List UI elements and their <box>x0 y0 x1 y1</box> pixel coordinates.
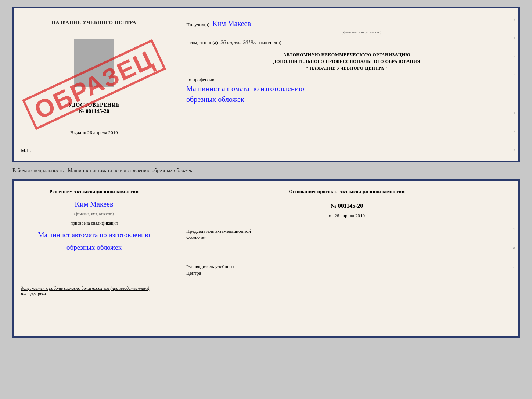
vydano-date: 26 апреля 2019 <box>87 130 118 135</box>
right-side-marks: – – и а ← – – – <box>510 181 518 336</box>
org-name-text: НАЗВАНИЕ УЧЕБНОГО ЦЕНТРА <box>310 65 384 71</box>
org-name: " НАЗВАНИЕ УЧЕБНОГО ЦЕНТРА " <box>186 65 507 71</box>
top-document: НАЗВАНИЕ УЧЕБНОГО ЦЕНТРА УДОСТОВЕРЕНИЕ №… <box>12 7 520 162</box>
separator-text: Рабочая специальность - Машинист автомат… <box>12 165 520 176</box>
mark-7: – <box>512 307 516 309</box>
top-center-title: НАЗВАНИЕ УЧЕБНОГО ЦЕНТРА <box>52 19 137 25</box>
fio-sub2: (фамилия, имя, отчество) <box>74 212 114 216</box>
top-doc-right: Получил(а) Ким Макеев – (фамилия, имя, о… <box>175 8 518 161</box>
vtom-label: в том, что он(а) <box>186 40 218 46</box>
org-name-suffix: " <box>385 65 388 71</box>
recipient-label: Получил(а) <box>186 22 209 28</box>
mp-line: М.П. <box>21 147 31 153</box>
dopuskaetsya-block: допускается к работе согласно должностны… <box>21 286 167 297</box>
resheniem-block: Решением экзаменационной комиссии <box>49 188 139 195</box>
ot-date-val: 26 апреля 2019 <box>334 213 365 218</box>
org-name-prefix: " <box>306 65 308 71</box>
top-doc-left: НАЗВАНИЕ УЧЕБНОГО ЦЕНТРА УДОСТОВЕРЕНИЕ №… <box>14 8 175 161</box>
mark-1: – <box>512 189 516 191</box>
prisvoena-label: присвоена квалификация <box>71 221 118 226</box>
profession-line1: Машинист автомата по изготовлению <box>186 85 507 93</box>
recipient-dash: – <box>505 22 508 28</box>
kvalif-line1: Машинист автомата по изготовлению <box>38 231 150 239</box>
photo-placeholder <box>74 39 114 87</box>
org-block: АВТОНОМНУЮ НЕКОММЕРЧЕСКУЮ ОРГАНИЗАЦИЮ ДО… <box>186 51 507 71</box>
side-mark-3: и <box>513 56 517 57</box>
protocol-num: № 001145-20 <box>186 203 507 209</box>
osnovanie-block: Основание: протокол экзаменационной коми… <box>186 188 507 195</box>
mark-3: и <box>512 228 516 229</box>
predsedatel-sig-line <box>186 249 252 256</box>
profession-line2: обрезных обложек <box>186 95 507 104</box>
mark-2: – <box>512 209 516 210</box>
kvalif-line2: обрезных обложек <box>66 243 122 252</box>
vydano-line: Выдано 26 апреля 2019 <box>70 130 118 136</box>
recipient-line: Получил(а) Ким Макеев – <box>186 19 507 28</box>
side-decorative-lines: – – и а ← – – – <box>512 8 518 161</box>
mark-4: а <box>512 247 516 249</box>
dopuskaetsya-label: допускается к <box>21 286 48 291</box>
rukovoditel-sig-line <box>186 284 252 291</box>
side-mark-6: – <box>513 112 517 114</box>
side-mark-8: – <box>513 149 517 151</box>
bottom-document: Решением экзаменационной комиссии Ким Ма… <box>12 179 520 338</box>
side-mark-7: – <box>513 131 517 132</box>
vydano-label: Выдано <box>70 130 86 135</box>
blank-line-2 <box>21 270 167 277</box>
udostoverenie-label: УДОСТОВЕРЕНИЕ <box>68 102 120 108</box>
bottom-doc-left: Решением экзаменационной комиссии Ким Ма… <box>14 181 175 336</box>
side-mark-4: а <box>513 74 517 75</box>
predsedatel-label: Председатель экзаменационной комиссии <box>186 228 507 241</box>
mark-6: – <box>512 287 516 289</box>
rukovoditel-block: Руководитель учебного Центра <box>186 263 507 291</box>
org-line1: АВТОНОМНУЮ НЕКОММЕРЧЕСКУЮ ОРГАНИЗАЦИЮ <box>186 51 507 58</box>
rukovoditel-label: Руководитель учебного Центра <box>186 263 507 277</box>
side-mark-1: – <box>513 19 517 21</box>
vtom-date: 26 апреля 2019г. <box>221 40 256 46</box>
udostoverenie-block: УДОСТОВЕРЕНИЕ № 001145-20 <box>68 102 120 114</box>
komissia-name: Ким Макеев <box>75 200 114 209</box>
mark-8: – <box>512 326 516 328</box>
blank-line-3 <box>21 302 167 309</box>
blank-line-1 <box>21 258 167 265</box>
side-mark-5: ← <box>513 92 517 95</box>
bottom-doc-right: Основание: протокол экзаменационной коми… <box>175 181 518 336</box>
po-professii: по профессии <box>186 77 507 83</box>
recipient-name: Ким Макеев <box>212 19 502 28</box>
predsedatel-block: Председатель экзаменационной комиссии <box>186 228 507 256</box>
org-line2: ДОПОЛНИТЕЛЬНОГО ПРОФЕССИОНАЛЬНОГО ОБРАЗО… <box>186 58 507 65</box>
doc-number: № 001145-20 <box>68 108 120 114</box>
fio-subtitle: (фамилия, имя, отчество) <box>216 30 507 34</box>
okoncil-label: окончил(а) <box>259 40 281 46</box>
mark-5: ← <box>512 266 516 270</box>
ot-label: от <box>329 213 333 218</box>
side-mark-2: – <box>513 37 517 39</box>
vtom-line: в том, что он(а) 26 апреля 2019г. окончи… <box>186 40 507 46</box>
ot-date: от 26 апреля 2019 <box>186 213 507 219</box>
